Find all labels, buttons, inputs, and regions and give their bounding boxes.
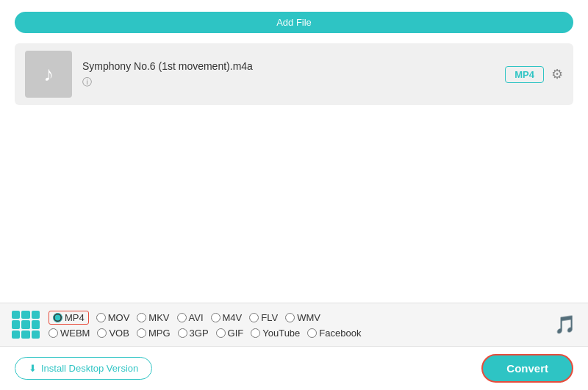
file-actions: MP4 ⚙ xyxy=(505,66,563,83)
format-options: MP4 MOV MKV AVI M4V FLV WM xyxy=(49,311,368,339)
bottom-footer: ⬇ Install Desktop Version Convert xyxy=(0,346,588,390)
format-option-webm[interactable]: WEBM xyxy=(49,328,90,339)
file-name: Symphony No.6 (1st movement).m4a xyxy=(82,60,495,72)
format-option-gif[interactable]: GIF xyxy=(216,328,244,339)
settings-button[interactable]: ⚙ xyxy=(551,66,563,82)
format-row-2: WEBM VOB MPG 3GP GIF YouTube xyxy=(49,328,368,339)
file-info: Symphony No.6 (1st movement).m4a ⓘ xyxy=(82,60,495,89)
convert-button-wrap: Convert xyxy=(481,354,573,383)
format-option-youtube[interactable]: YouTube xyxy=(251,328,300,339)
music-icon: ♪ xyxy=(43,62,54,86)
format-option-flv[interactable]: FLV xyxy=(249,312,278,323)
format-badge[interactable]: MP4 xyxy=(505,66,544,83)
info-icon[interactable]: ⓘ xyxy=(82,76,92,87)
format-option-vob[interactable]: VOB xyxy=(97,328,129,339)
format-option-m4v[interactable]: M4V xyxy=(211,312,243,323)
format-option-wmv[interactable]: WMV xyxy=(285,312,320,323)
format-option-mkv[interactable]: MKV xyxy=(137,312,169,323)
add-file-button[interactable]: Add File xyxy=(15,12,573,33)
convert-button[interactable]: Convert xyxy=(481,354,573,383)
format-option-facebook[interactable]: Facebook xyxy=(307,328,361,339)
format-option-mpg[interactable]: MPG xyxy=(137,328,171,339)
format-option-3gp[interactable]: 3GP xyxy=(178,328,209,339)
main-area: Add File ♪ Symphony No.6 (1st movement).… xyxy=(0,0,588,303)
content-area xyxy=(15,105,573,291)
format-option-mov[interactable]: MOV xyxy=(96,312,130,323)
format-panel: MP4 MOV MKV AVI M4V FLV WM xyxy=(12,311,547,339)
download-icon: ⬇ xyxy=(29,363,37,374)
format-option-avi[interactable]: AVI xyxy=(177,312,204,323)
install-desktop-button[interactable]: ⬇ Install Desktop Version xyxy=(15,357,152,380)
file-row: ♪ Symphony No.6 (1st movement).m4a ⓘ MP4… xyxy=(15,43,573,105)
format-row-1: MP4 MOV MKV AVI M4V FLV WM xyxy=(49,311,368,325)
file-thumbnail: ♪ xyxy=(25,51,72,98)
music-note-icon: 🎵 xyxy=(554,314,576,335)
format-option-mp4[interactable]: MP4 xyxy=(49,311,89,325)
bottom-bar: MP4 MOV MKV AVI M4V FLV WM xyxy=(0,303,588,346)
format-grid-icon xyxy=(12,311,40,339)
